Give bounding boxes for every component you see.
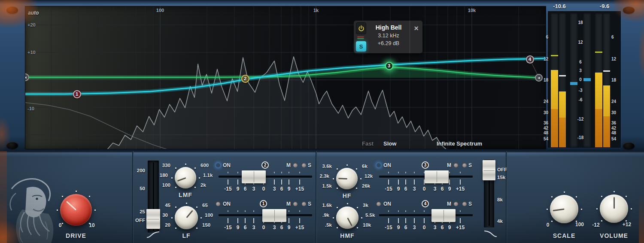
hf-knob[interactable] [336,168,358,189]
band-4-gain-handle[interactable] [431,209,456,222]
hf-tick-dot [333,178,334,179]
tick [274,179,275,185]
band-4-on-label[interactable]: ON [383,201,391,207]
tick [281,179,282,185]
hmf-tick-dot [357,227,358,228]
band-4-solo-label[interactable]: S [468,201,472,207]
band-3-on-label[interactable]: ON [383,162,391,168]
band-tooltip: S High Bell 3.12 kHz +6.29 dB ✕ [354,21,422,53]
band-gain-value[interactable]: +6.29 dB [368,40,410,46]
drive-knob[interactable] [60,194,92,226]
drive-knob-pointer [66,201,76,211]
band-2-on-label[interactable]: ON [223,162,231,168]
band-3-gain-handle[interactable] [425,170,449,183]
lf-knob[interactable] [175,206,198,229]
analyzer-speed-slow[interactable]: Slow [383,140,396,147]
band-2-mid-label[interactable]: M [286,162,291,168]
eq-node-2[interactable]: 2 [241,75,249,83]
tick [449,172,450,173]
tick [388,179,389,185]
eq-node-3[interactable]: 3 [385,62,393,70]
tick [237,218,238,223]
band-3-solo-led [462,163,467,167]
meter-scale-number: 3 [574,68,586,73]
meter-scale-number: -3 [574,88,586,93]
analyzer-spectrum-mode[interactable]: Infinite Spectrum [437,140,482,147]
band-3-scale-label: 9 [397,186,400,192]
hmf-tick-dot [337,227,338,228]
band-frequency-value[interactable]: 3.12 kHz [368,33,410,39]
tooltip-close-button[interactable]: ✕ [410,21,422,53]
hf-freq-label: 1.5k [313,183,332,188]
band-1-solo-label[interactable]: S [308,201,311,207]
auto-zoom-toggle[interactable]: auto [28,10,39,16]
scale-knob[interactable] [550,195,578,223]
tick [289,172,289,173]
volume-max-label: +12 [623,222,631,228]
tick [388,172,389,173]
lpf-slider-handle[interactable] [483,160,495,180]
freq-axis-label: 100 [156,8,164,13]
band-1-scale-label: 6 [280,225,283,231]
volume-knob[interactable] [600,194,628,223]
meter-bar-yellow [595,73,602,109]
hmf-knob[interactable] [336,207,358,229]
band-3-solo-label[interactable]: S [468,162,472,168]
eq-edge-node-right[interactable]: ◄ [535,74,543,82]
meter-scale-number: -18 [574,135,586,140]
drive-min-label: 0 [59,222,62,228]
band-solo-button[interactable]: S [356,41,366,52]
lmf-tick-dot [194,187,196,188]
band-4-scale-label: +15 [456,225,465,231]
band-2-scale-label: 0 [262,186,265,192]
hf-freq-label: 2.3k [310,173,329,179]
control-panel: PULSAR —PΘSEIDON Ψ P - MODE 2 1 - TRANSF… [0,151,644,243]
tick [274,172,275,173]
drive-tick-dot [76,191,77,192]
hmf-freq-label: 1.6k [313,203,332,208]
tick [299,179,300,185]
band-power-button[interactable] [356,22,366,34]
eq-node-1[interactable]: 1 [73,90,81,98]
volume-tick-dot [614,191,615,192]
band-1-gain-handle[interactable] [262,209,286,222]
analyzer-speed-fast[interactable]: Fast [362,140,374,147]
meter-scale-number: 30 [536,110,548,115]
screw [6,142,18,149]
lmf-knob[interactable] [175,167,196,188]
tick [289,210,289,212]
hmf-freq-label: 10k [363,222,382,228]
tick [398,210,399,212]
tick [388,218,389,223]
eq-node-4[interactable]: 4 [526,55,534,64]
band-2-gain-handle[interactable] [242,170,266,183]
meter-scale-number: 24 [611,99,623,104]
band-4-solo-led [462,202,467,206]
meter-scale-number: 54 [611,137,623,141]
lf-tick-dot [196,207,197,208]
meter-readout-right: -9.6 [592,3,617,9]
meter-scale-number: 18 [611,78,623,82]
hf-freq-label: 3.6k [313,164,332,169]
band-4-scale-label: 6 [441,225,444,231]
highpass-curve-icon [146,230,161,239]
band-1-mid-led [293,202,298,206]
band-1-mid-label[interactable]: M [286,201,291,207]
band-4-mid-label[interactable]: M [447,201,451,207]
band-2-solo-label[interactable]: S [308,162,311,168]
meter-panel: 6612121818242430303636424248485454181263… [548,11,621,148]
band-2-mid-led [293,163,298,167]
freq-axis-label: 1k [313,8,319,13]
hf-tick-dot [356,168,357,170]
volume-label: VOLUME [600,232,628,239]
hf-tick-dot [360,178,361,179]
hmf-tick-dot [361,217,362,219]
tick [299,210,300,212]
tick [228,218,228,223]
hpf-slider-handle[interactable] [146,209,160,229]
band-1-on-label[interactable]: ON [223,201,231,207]
eq-band-row-2: ON2MS-159630369+15 [213,161,316,192]
band-3-mid-label[interactable]: M [447,162,451,168]
hpf-scale-label: 50 [131,186,145,191]
lpf-scale-label: 15k [497,175,512,180]
